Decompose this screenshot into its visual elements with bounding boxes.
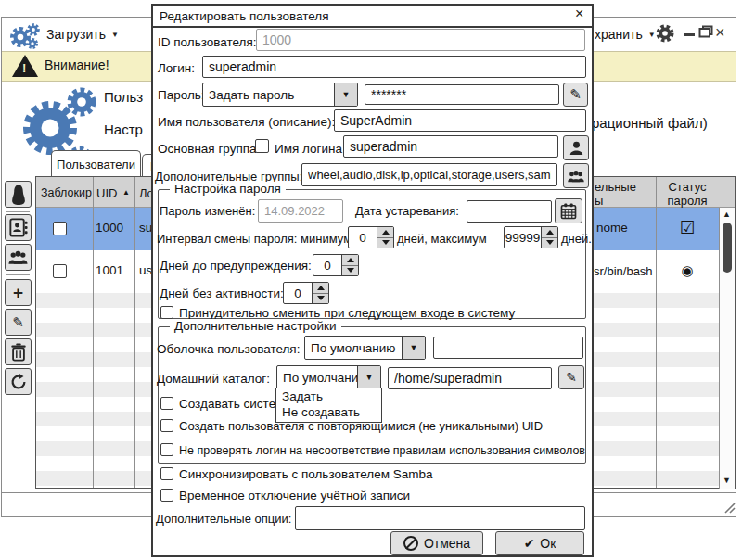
inactive-days-value: 0 xyxy=(284,283,312,303)
interval-max-value: 99999 xyxy=(505,227,541,248)
cancel-button[interactable]: Отмена xyxy=(390,531,483,555)
plus-icon: + xyxy=(13,283,23,303)
spinner-arrows[interactable] xyxy=(541,227,557,248)
hero-line2-right-fragment: рационный файл) xyxy=(592,115,708,131)
force-change-checkbox[interactable] xyxy=(160,306,173,319)
primary-group-checkbox-label: Имя логина xyxy=(275,142,342,156)
dropdown-option-no-create[interactable]: Не создавать xyxy=(276,404,381,420)
column-divider xyxy=(93,177,94,488)
system-user-label-fragment: Создавать систе xyxy=(179,397,275,411)
scrollbar-thumb[interactable] xyxy=(723,223,732,273)
col-header-status-1[interactable]: Статус xyxy=(656,180,719,194)
login-field[interactable] xyxy=(202,56,586,78)
col-header-status-2[interactable]: пароля xyxy=(656,194,719,208)
dialog-close-button[interactable]: × xyxy=(575,6,583,22)
minimize-button[interactable] xyxy=(684,33,695,36)
skip-login-check-checkbox[interactable] xyxy=(160,443,173,456)
penguin-button[interactable] xyxy=(5,181,32,208)
password-mode-combobox[interactable]: Задать пароль ▼ xyxy=(202,83,358,107)
extra-options-field[interactable] xyxy=(295,506,585,530)
title-divider xyxy=(153,26,592,28)
primary-group-pick-button[interactable] xyxy=(563,135,589,160)
interval-max-spinner[interactable]: 99999 xyxy=(504,226,558,248)
row1-blocked-checkbox[interactable] xyxy=(53,222,67,235)
refresh-icon xyxy=(8,372,29,392)
ok-label: Ок xyxy=(540,536,556,551)
primary-group-label: Основная группа: xyxy=(158,142,260,156)
samba-sync-checkbox[interactable] xyxy=(160,467,173,480)
col-header-groups-fragment-2[interactable]: ы xyxy=(595,194,603,208)
scroll-up-icon[interactable]: ▲ xyxy=(723,210,731,219)
extra-groups-field[interactable] xyxy=(301,163,557,186)
chevron-down-icon[interactable]: ▼ xyxy=(357,366,380,388)
tab-users[interactable]: Пользователи xyxy=(51,150,141,177)
warn-days-spinner[interactable]: 0 xyxy=(313,254,359,276)
user-group-icon xyxy=(7,247,29,268)
home-dir-field[interactable] xyxy=(388,367,552,389)
password-settings-legend: Настройка пароля xyxy=(170,182,286,196)
user-card-button[interactable] xyxy=(5,214,32,241)
calendar-button[interactable] xyxy=(555,198,582,223)
row2-blocked-checkbox[interactable] xyxy=(53,264,67,278)
settings-button[interactable] xyxy=(655,23,675,47)
user-icon xyxy=(568,139,585,157)
disable-account-checkbox[interactable] xyxy=(160,489,173,502)
ok-button[interactable]: ✔ Ок xyxy=(495,531,584,555)
pencil-icon: ✎ xyxy=(569,86,582,103)
chevron-down-icon[interactable]: ▼ xyxy=(402,337,425,359)
user-group-icon xyxy=(567,167,585,185)
inactive-days-label: Дней без активности: xyxy=(160,286,284,300)
fullname-field[interactable] xyxy=(334,109,586,132)
password-field[interactable] xyxy=(365,84,559,105)
load-menu-button[interactable]: Загрузить ▼ xyxy=(46,27,119,42)
sidebar-divider xyxy=(6,274,30,275)
row1-password-status-icon: ☑ xyxy=(656,217,719,238)
extra-options-label: Дополнительные опции: xyxy=(156,512,291,526)
window-close-button[interactable]: × xyxy=(715,23,725,43)
user-groups-button[interactable] xyxy=(5,244,32,271)
spinner-arrows[interactable] xyxy=(377,227,393,248)
shell-field[interactable] xyxy=(433,337,583,359)
spinner-arrows[interactable] xyxy=(312,283,328,303)
home-dir-label: Домашний каталог: xyxy=(157,372,270,386)
hero-line1-fragment: Польз xyxy=(104,89,143,105)
edit-user-button[interactable]: ✎ xyxy=(5,309,32,336)
primary-group-login-name-checkbox[interactable] xyxy=(255,139,269,153)
col-header-uid[interactable]: UID xyxy=(96,186,117,200)
cancel-icon xyxy=(403,536,418,551)
primary-group-field[interactable] xyxy=(343,135,558,158)
scroll-down-icon[interactable]: ▼ xyxy=(723,476,731,485)
chevron-down-icon[interactable]: ▼ xyxy=(334,83,357,106)
maximize-button[interactable] xyxy=(698,25,713,38)
home-dir-edit-button[interactable]: ✎ xyxy=(558,365,584,389)
shell-mode-combobox[interactable]: По умолчанию ▼ xyxy=(304,336,426,360)
cancel-label: Отмена xyxy=(424,536,470,551)
refresh-button[interactable] xyxy=(5,368,32,395)
force-change-label: Принудительно сменить при следующем вход… xyxy=(179,306,515,320)
app-logo-gears-icon xyxy=(7,22,41,50)
duplicate-uid-checkbox[interactable] xyxy=(160,419,173,432)
resize-grip-icon[interactable] xyxy=(723,501,737,515)
add-user-button[interactable]: + xyxy=(5,279,32,306)
extra-groups-pick-button[interactable] xyxy=(563,163,589,188)
save-menu-button[interactable]: хранить ▼ xyxy=(595,27,656,42)
expire-date-field[interactable] xyxy=(467,200,552,223)
dropdown-option-set[interactable]: Задать xyxy=(276,388,381,404)
user-id-label: ID пользователя: xyxy=(158,35,257,49)
system-user-checkbox[interactable] xyxy=(160,397,173,410)
home-mode-combobox[interactable]: По умолчанию ▼ xyxy=(276,365,381,389)
spinner-arrows[interactable] xyxy=(341,255,358,275)
pencil-icon: ✎ xyxy=(12,314,24,331)
row2-password-status-icon: ◉ xyxy=(656,262,719,279)
password-edit-button[interactable]: ✎ xyxy=(563,83,588,107)
col-header-blocked[interactable]: Заблокир xyxy=(41,186,92,199)
delete-user-button[interactable] xyxy=(5,338,32,365)
col-header-groups-fragment-1[interactable]: ельные xyxy=(595,180,636,194)
user-id-field[interactable] xyxy=(256,29,585,51)
expire-date-label: Дата устаревания: xyxy=(355,204,459,218)
row1-cell-fragment: nome xyxy=(596,221,628,235)
inactive-days-spinner[interactable]: 0 xyxy=(283,282,329,304)
password-changed-field[interactable] xyxy=(258,199,343,223)
edit-user-dialog: Редактировать пользователя × ID пользова… xyxy=(151,4,594,557)
interval-min-spinner[interactable]: 0 xyxy=(348,226,394,248)
